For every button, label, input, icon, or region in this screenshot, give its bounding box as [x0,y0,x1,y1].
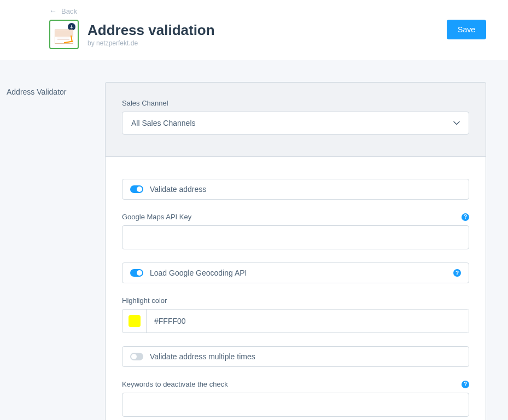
help-icon[interactable]: ? [462,213,469,221]
sales-channel-value: All Sales Channels [131,119,196,127]
app-icon: + [49,20,79,49]
save-button[interactable]: Save [447,20,486,39]
keywords-input[interactable] [122,393,469,417]
validate-multiple-label: Validate address multiple times [150,352,255,361]
sidebar-section-label: Address Validator [7,88,89,96]
sales-channel-label: Sales Channel [122,99,469,107]
load-geocoding-toggle[interactable] [130,269,143,277]
api-key-label: Google Maps API Key [122,213,191,221]
page-subtitle: by netzperfekt.de [87,39,215,47]
back-arrow-icon: ← [49,7,57,15]
load-geocoding-row: Load Google Geocoding API ? [122,262,469,283]
validate-multiple-toggle[interactable] [130,353,143,360]
settings-section: Validate address Google Maps API Key ? L… [105,156,486,420]
keywords-label: Keywords to deactivate the check [122,380,228,388]
help-icon[interactable]: ? [462,381,469,388]
color-swatch [129,315,141,327]
load-geocoding-label: Load Google Geocoding API [150,269,247,277]
back-label: Back [61,7,77,15]
highlight-color-label: Highlight color [122,296,469,305]
validate-address-label: Validate address [150,185,206,194]
color-swatch-button[interactable] [122,310,147,332]
sales-channel-section: Sales Channel All Sales Channels [105,82,486,156]
highlight-color-input[interactable] [147,310,469,332]
help-icon[interactable]: ? [453,269,461,277]
api-key-input[interactable] [122,225,469,249]
validate-address-row: Validate address [122,179,469,200]
validate-address-toggle[interactable] [130,185,143,193]
sales-channel-select[interactable]: All Sales Channels [122,112,469,135]
validate-multiple-row: Validate address multiple times [122,346,469,367]
back-link[interactable]: ← Back [49,7,215,15]
chevron-down-icon [453,119,460,127]
page-title: Address validation [87,22,215,39]
